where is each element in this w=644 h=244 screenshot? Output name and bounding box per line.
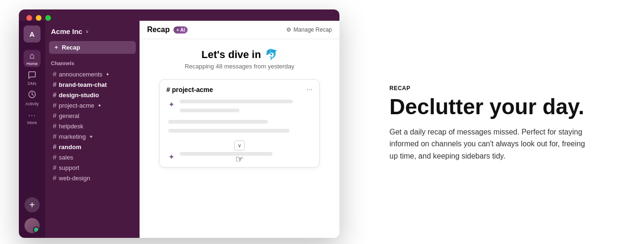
channel-name: helpdesk (59, 123, 83, 130)
message-skeleton (180, 100, 293, 103)
channel-item[interactable]: # design-studio (47, 90, 138, 100)
message-skeleton (168, 129, 289, 133)
message-skeleton (180, 109, 239, 112)
recap-button-label: Recap (62, 44, 80, 51)
channel-name: sales (59, 154, 73, 161)
channel-card: # project-acme ··· ✦ (159, 79, 320, 168)
more-icon: ··· (28, 111, 36, 120)
rail-item-more[interactable]: ··· More (24, 109, 41, 126)
main-content: Recap + AI ⚙ Manage Recap Let's dive in … (140, 21, 339, 238)
icon-rail: A ⌂ Home DMs (19, 21, 45, 238)
rail-item-home[interactable]: ⌂ Home (24, 50, 41, 67)
channel-item[interactable]: # random (47, 142, 138, 152)
channel-name: brand-team-chat (59, 81, 107, 88)
traffic-light-red[interactable] (26, 15, 32, 21)
channel-item[interactable]: # marketing ✦ (47, 131, 138, 142)
message-skeletons (166, 120, 313, 135)
channel-item[interactable]: # general (47, 110, 138, 121)
workspace-avatar[interactable]: A (24, 25, 41, 42)
gear-icon: ⚙ (286, 26, 291, 33)
promo-section: RECAP Declutter your day. Get a daily re… (380, 85, 616, 162)
hash-icon: # (53, 143, 57, 151)
recap-hero-title: Let's dive in 🐬 (185, 49, 295, 61)
hero-title-text: Let's dive in (201, 49, 261, 61)
sidebar-header: Acme Inc ∨ (45, 25, 140, 41)
traffic-light-green[interactable] (45, 15, 51, 21)
hash-icon: # (53, 153, 57, 161)
sparkle-icon: ✦ (98, 103, 101, 108)
channel-item[interactable]: # brand-team-chat (47, 79, 138, 90)
dms-icon (28, 71, 36, 81)
card-channel-name: # project-acme (166, 86, 213, 93)
main-title: Recap (147, 25, 170, 34)
recap-hero: Let's dive in 🐬 Recapping 48 messages fr… (185, 49, 295, 70)
main-header-left: Recap + AI (147, 25, 188, 34)
add-message-icon[interactable]: ✦ (166, 100, 176, 109)
channel-item[interactable]: # announcements ✦ (47, 69, 138, 79)
promo-body: Get a daily recap of messages missed. Pe… (389, 126, 587, 162)
hash-icon: # (53, 112, 57, 119)
hash-icon: # (53, 174, 57, 182)
rail-label-activity: Activity (25, 101, 39, 106)
card-header: # project-acme ··· (166, 85, 313, 94)
rail-label-dms: DMs (28, 81, 37, 86)
app-window: A ⌂ Home DMs (19, 9, 339, 238)
recap-hero-subtitle: Recapping 48 messages from yesterday (185, 63, 295, 70)
channel-item[interactable]: # helpdesk (47, 121, 138, 131)
hash-icon: # (53, 81, 57, 88)
traffic-light-yellow[interactable] (36, 15, 41, 21)
card-more-button[interactable]: ··· (306, 85, 313, 94)
channel-item[interactable]: # sales (47, 152, 138, 162)
expand-row: ∨ (166, 138, 313, 152)
channel-name: general (59, 112, 79, 119)
manage-recap-button[interactable]: ⚙ Manage Recap (286, 26, 332, 33)
expand-button[interactable]: ∨ (234, 140, 245, 151)
channel-name: announcements (59, 71, 103, 78)
ai-badge: + AI (173, 26, 188, 34)
promo-headline: Declutter your day. (389, 95, 606, 118)
app-body: A ⌂ Home DMs (19, 21, 339, 238)
cursor-hand: ☞ (166, 153, 313, 165)
channel-item[interactable]: # support (47, 162, 138, 173)
sparkle-icon: ✦ (89, 134, 93, 139)
hash-icon: # (53, 133, 57, 140)
channel-name: project-acme (59, 102, 94, 109)
rail-item-activity[interactable]: Activity (24, 90, 41, 107)
hash-icon: # (53, 91, 57, 99)
message-row-1: ✦ (166, 100, 313, 115)
rail-item-dms[interactable]: DMs (24, 70, 41, 87)
channel-name: support (59, 164, 79, 171)
sparkle-icon: ✦ (106, 72, 109, 77)
dolphin-emoji: 🐬 (265, 49, 278, 61)
message-skeleton (168, 120, 268, 124)
channel-item[interactable]: # web-design (47, 173, 138, 183)
channel-name: random (59, 143, 82, 151)
channels-header: Channels (45, 59, 140, 69)
hash-icon: # (53, 101, 57, 109)
activity-icon (28, 90, 36, 101)
recap-button[interactable]: ✦ Recap (49, 41, 136, 54)
hash-icon: # (53, 122, 57, 130)
main-header: Recap + AI ⚙ Manage Recap (140, 21, 339, 39)
sidebar: Acme Inc ∨ ✦ Recap Channels # announceme… (45, 21, 140, 238)
home-icon: ⌂ (30, 51, 35, 61)
page-wrapper: A ⌂ Home DMs (0, 0, 644, 244)
promo-label: RECAP (389, 85, 606, 92)
channel-item[interactable]: # project-acme ✦ (47, 100, 138, 110)
user-avatar[interactable] (25, 218, 40, 233)
window-titlebar (19, 9, 339, 21)
channel-name: design-studio (59, 92, 99, 99)
hash-icon: # (53, 70, 57, 78)
message-row-2: ∨ ☞ (166, 120, 313, 148)
rail-label-more: More (27, 120, 37, 125)
recap-area: Let's dive in 🐬 Recapping 48 messages fr… (140, 39, 339, 238)
channel-name: marketing (59, 133, 86, 140)
add-workspace-button[interactable]: + (25, 197, 40, 212)
workspace-chevron[interactable]: ∨ (85, 29, 89, 34)
workspace-name: Acme Inc (51, 27, 83, 35)
channel-name: web-design (59, 175, 91, 182)
hash-icon: # (53, 164, 57, 171)
manage-recap-label: Manage Recap (294, 26, 332, 33)
message-group-1 (180, 100, 313, 115)
recap-star-icon: ✦ (54, 44, 59, 51)
